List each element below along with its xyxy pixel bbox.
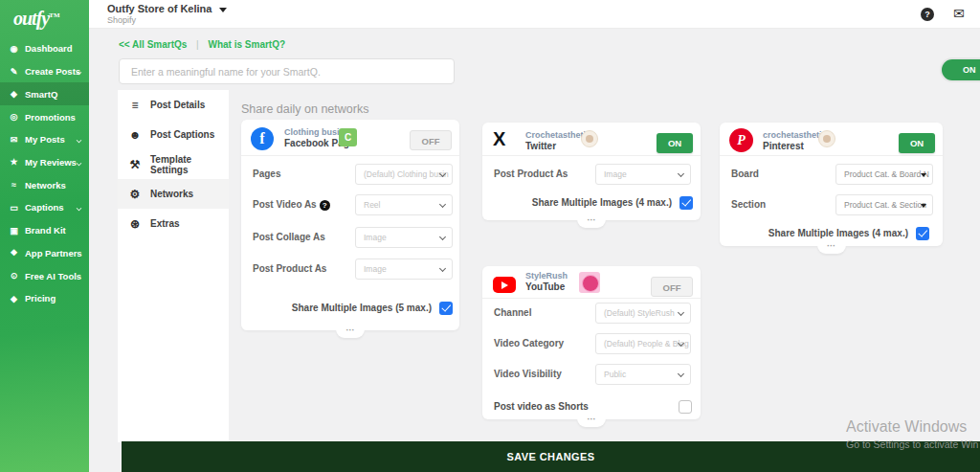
pinterest-toggle[interactable]: ON [899,133,935,153]
youtube-network-label: YouTube [525,281,565,292]
caret-down-icon [921,173,926,177]
post-product-as-label: Post Product As [494,169,568,179]
pinterest-icon: P [729,128,753,152]
trademark: TM [49,11,59,19]
facebook-post-video-dropdown[interactable]: Reel [355,194,453,215]
facebook-share-multiple-checkbox[interactable] [439,302,453,315]
post-product-as-label: Post Product As [253,263,326,274]
youtube-channel-dropdown[interactable]: (Default) StyleRush [595,303,691,324]
sidebar-item-create-posts[interactable]: ✎Create Posts [0,60,89,83]
twitter-card-expand[interactable]: ··· [577,219,606,228]
pinterest-share-multiple-row: Share Multiple Images (4 max.) [731,226,929,240]
menu-item-label: Post Details [150,100,205,110]
what-is-smartq-link[interactable]: What is SmartQ? [209,39,286,50]
share-multiple-label: Share Multiple Images (4 max.) [768,228,908,238]
sidebar-item-captions[interactable]: ▭Captions [0,196,89,219]
dropdown-value: Product Cat. & Section [844,200,926,210]
menu-item-template-settings[interactable]: ⚒Template Settings [118,149,229,179]
post-video-as-shorts-label: Post video as Shorts [494,401,589,412]
caret-down-icon [219,8,227,12]
section-label: Section [731,199,766,210]
sidebar-item-label: Networks [25,180,66,191]
sidebar-item-label: Captions [25,202,64,213]
sidebar-item-pricing[interactable]: ◆Pricing [0,287,89,310]
sidebar: outfyTM ◉Dashboard ✎Create Posts ◈SmartQ… [0,0,89,472]
sliders-icon: ≡ [128,99,142,112]
ai-tools-icon: ⊙ [9,271,19,281]
store-platform: Shopify [107,15,136,25]
activate-windows-watermark-sub: Go to Settings to activate Win [846,438,978,450]
pinterest-card-expand[interactable]: ··· [817,245,846,254]
youtube-card-header: StyleRush YouTube OFF [482,266,701,299]
facebook-card: f Clothing busin... Facebook Page C OFF … [241,120,459,330]
mail-icon[interactable]: ✉ [953,6,965,21]
pinterest-card: P crochetasthetic Pinterest ON Board Pro… [720,123,943,246]
facebook-post-collage-row: Post Collage As Image [253,227,453,248]
smartq-master-toggle[interactable]: ON [942,59,980,80]
section-title: Share daily on networks [241,102,368,116]
facebook-post-collage-dropdown[interactable]: Image [355,227,453,248]
twitter-toggle[interactable]: ON [657,133,693,153]
pinterest-section-select[interactable]: Product Cat. & Section [835,194,933,215]
sidebar-item-app-partners[interactable]: ❖App Partners [0,241,89,264]
sidebar-item-my-posts[interactable]: ✉My Posts [0,128,89,151]
chevron-down-icon [439,265,446,272]
youtube-video-category-dropdown[interactable]: (Default) People & Blog [595,333,691,354]
youtube-video-visibility-dropdown[interactable]: Public [595,364,691,385]
menu-item-extras[interactable]: ⊛Extras [118,209,229,238]
tools-icon: ⚒ [128,158,142,171]
sidebar-item-my-reviews[interactable]: ★My Reviews [0,151,89,174]
pinterest-avatar [818,130,835,147]
sidebar-item-smartq[interactable]: ◈SmartQ [0,82,89,105]
board-label: Board [731,169,759,179]
share-multiple-label: Share Multiple Images (4 max.) [532,197,672,208]
sidebar-item-label: My Reviews [25,157,77,168]
activate-windows-watermark: Activate Windows [846,418,967,436]
chevron-down-icon [678,309,684,316]
youtube-icon [493,277,516,293]
wifi-icon: ≈ [9,180,19,190]
dropdown-value: (Default) StyleRush [604,308,675,318]
youtube-video-visibility-row: Video Visibility Public [494,364,691,385]
sidebar-nav: ◉Dashboard ✎Create Posts ◈SmartQ ◎Promot… [0,37,89,310]
twitter-post-product-dropdown[interactable]: Image [595,164,691,185]
pinterest-share-multiple-checkbox[interactable] [916,227,929,240]
menu-item-label: Extras [150,218,180,229]
store-name: Outfy Store of Kelina [107,3,212,14]
sidebar-item-label: My Posts [25,134,65,145]
menu-item-label: Networks [150,189,193,199]
sidebar-item-networks[interactable]: ≈Networks [0,173,89,196]
sidebar-item-label: Brand Kit [25,225,66,236]
facebook-pages-dropdown[interactable]: (Default) Clothing busin [355,164,453,185]
smartq-name-input[interactable] [119,58,455,84]
twitter-card-header: X Crochetasthetic Twitter ON [482,123,701,156]
youtube-toggle[interactable]: OFF [651,277,693,297]
youtube-card-expand[interactable]: ··· [577,418,606,427]
menu-item-networks[interactable]: ⚙Networks [118,179,229,209]
help-icon[interactable]: ? [921,8,934,21]
youtube-shorts-checkbox[interactable] [679,400,692,414]
video-visibility-label: Video Visibility [494,369,562,379]
sidebar-item-brand-kit[interactable]: ▣Brand Kit [0,219,89,242]
question-help-icon[interactable]: ? [320,200,330,211]
pinterest-account-name: crochetasthetic [763,130,827,140]
menu-item-post-captions[interactable]: ☻Post Captions [118,120,229,149]
sidebar-item-promotions[interactable]: ◎Promotions [0,105,89,128]
store-selector[interactable]: Outfy Store of Kelina [107,3,227,14]
sidebar-item-free-ai-tools[interactable]: ⊙Free AI Tools [0,264,89,287]
facebook-toggle[interactable]: OFF [410,130,452,150]
star-icon: ★ [9,157,19,167]
youtube-avatar [579,272,600,293]
menu-item-post-details[interactable]: ≡Post Details [118,90,229,120]
facebook-card-expand[interactable]: ··· [336,329,365,338]
envelope-icon: ✉ [9,135,19,145]
pinterest-board-select[interactable]: Product Cat. & Board N [835,164,933,185]
chevron-down-icon [439,234,446,240]
facebook-post-product-dropdown[interactable]: Image [355,258,453,280]
dashboard-icon: ◉ [9,44,19,54]
all-smartqs-link[interactable]: << All SmartQs [119,39,187,50]
smartq-icon: ◈ [9,89,19,99]
facebook-card-header: f Clothing busin... Facebook Page C OFF [241,120,459,156]
twitter-share-multiple-checkbox[interactable] [679,196,693,210]
sidebar-item-dashboard[interactable]: ◉Dashboard [0,37,89,60]
